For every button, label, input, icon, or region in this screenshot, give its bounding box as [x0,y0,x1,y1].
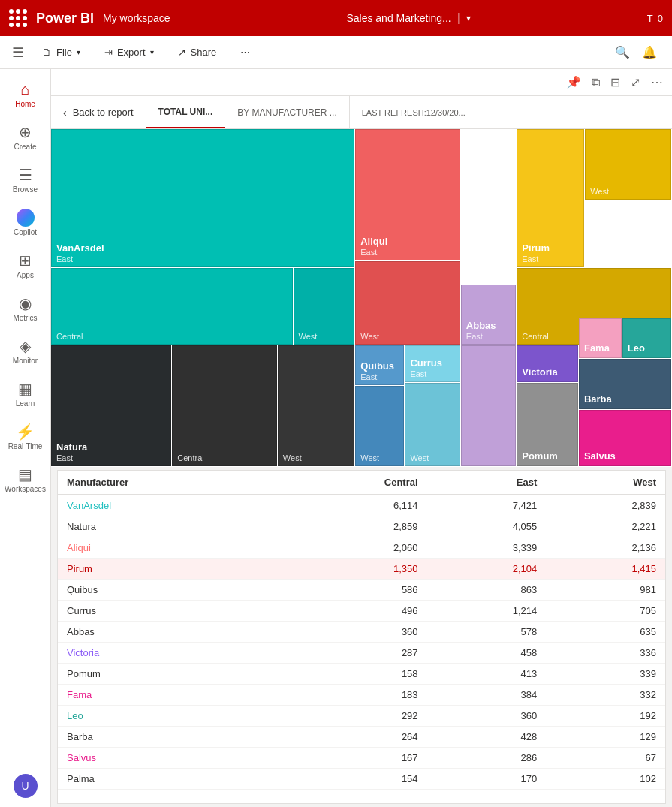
sidebar-item-realtime[interactable]: ⚡ Real-Time [3,417,48,456]
treemap-cell-label: Leo [628,342,666,354]
pin-icon[interactable]: 📌 [563,72,584,92]
treemap-cell-sublabel: West [360,332,455,341]
treemap-cell[interactable]: AliquiEast [355,129,460,260]
tab-total-units-label: TOTAL UNI... [158,107,213,117]
treemap-cell[interactable]: Barba [579,359,671,409]
treemap-cell[interactable]: QuibusEast [355,345,404,385]
treemap-cell[interactable]: Pomum [517,383,578,467]
hamburger-icon[interactable]: ☰ [12,44,24,61]
cell-central: 158 [282,664,427,685]
last-refresh-text: LAST REFRESH:12/30/20... [362,108,466,117]
cell-central: 1,350 [282,559,427,580]
cell-name: Aliqui [58,537,282,559]
filter-icon[interactable]: ⊟ [607,72,623,92]
treemap-cell[interactable]: West [585,129,671,200]
cell-east: 578 [427,622,547,643]
sidebar-browse-label: Browse [13,185,38,194]
treemap-cell[interactable]: West [294,268,355,345]
cell-west: 2,136 [546,537,665,559]
sidebar-item-onelake[interactable]: Copilot [3,203,48,242]
table-row: VanArsdel 6,114 7,421 2,839 [58,495,665,516]
top-right-label: T [647,13,653,24]
file-icon: 🗋 [42,47,52,58]
treemap-cell[interactable]: Leo [622,318,671,358]
sidebar-apps-label: Apps [17,271,34,279]
cell-west: 332 [546,685,665,706]
treemap-cell[interactable]: AbbasEast [461,285,516,345]
table-row: Aliqui 2,060 3,339 2,136 [58,537,665,559]
treemap-cell-sublabel: East [522,254,579,263]
back-arrow-icon: ‹ [63,107,67,119]
sidebar-item-metrics[interactable]: ◉ Metrics [3,288,48,328]
treemap-container[interactable]: VanArsdelEastCentralWestNaturaEastCentra… [51,129,672,467]
treemap-cell[interactable]: VanArsdelEast [51,129,354,267]
treemap-cell[interactable]: Central [51,268,293,345]
apps-grid-icon[interactable] [9,9,27,27]
export-menu[interactable]: ⇥ Export ▾ [98,44,160,61]
sidebar-monitor-label: Monitor [13,357,38,365]
copy-icon[interactable]: ⧉ [589,73,603,92]
user-avatar[interactable]: U [14,774,38,798]
cell-central: 292 [282,706,427,727]
sidebar-item-home[interactable]: ⌂ Home [3,75,48,114]
cell-name: Quibus [58,580,282,601]
toolbar-right: 🔍 🔔 [612,42,660,62]
sidebar-item-workspaces[interactable]: ▤ Workspaces [3,459,48,499]
cell-name: Leo [58,706,282,727]
export-chevron-icon: ▾ [150,48,154,56]
treemap-cell[interactable] [461,345,516,466]
share-menu[interactable]: ↗ Share [172,44,223,61]
treemap-cell[interactable]: West [355,261,460,345]
notifications-icon[interactable]: 🔔 [639,42,660,62]
tab-by-manufacturer[interactable]: BY MANUFACTURER ... [225,96,349,128]
expand-icon[interactable]: ⤢ [628,72,643,92]
home-icon: ⌂ [20,81,29,98]
treemap-cell[interactable]: PirumEast [517,129,584,267]
table-row: Leo 292 360 192 [58,706,665,727]
back-to-report-tab[interactable]: ‹ Back to report [51,96,146,128]
treemap-cell[interactable]: Fama [579,318,622,358]
title-chevron-icon[interactable]: ▾ [466,13,471,23]
cell-east: 1,214 [427,601,547,622]
workspaces-icon: ▤ [18,465,32,483]
file-label: File [56,47,72,58]
treemap-cell-sublabel: West [299,332,350,341]
tab-by-manufacturer-label: BY MANUFACTURER ... [237,107,336,118]
file-chevron-icon: ▾ [77,48,80,56]
sidebar-item-browse[interactable]: ☰ Browse [3,160,48,200]
cell-west: 336 [546,643,665,664]
treemap-cell-sublabel: East [56,254,349,263]
icons-bar: 📌 ⧉ ⊟ ⤢ ⋯ [51,69,672,96]
treemap-cell[interactable]: Central [172,345,277,466]
cell-name: Salvus [58,748,282,769]
cell-central: 360 [282,622,427,643]
cell-west: 981 [546,580,665,601]
cell-central: 2,859 [282,516,427,537]
treemap-cell[interactable]: CurrusEast [405,345,460,382]
sidebar-home-label: Home [15,100,35,108]
cell-name: Victoria [58,643,282,664]
search-icon[interactable]: 🔍 [612,42,633,62]
treemap-cell[interactable]: NaturaEast [51,345,171,466]
sidebar-item-learn[interactable]: ▦ Learn [3,374,48,414]
treemap-cell[interactable]: West [278,345,354,466]
sidebar-item-apps[interactable]: ⊞ Apps [3,245,48,285]
more-icon[interactable]: ⋯ [648,72,666,92]
last-refresh-label: LAST REFRESH:12/30/20... [350,96,478,128]
treemap-cell[interactable]: Victoria [517,345,578,382]
main-layout: ⌂ Home ⊕ Create ☰ Browse Copilot ⊞ Apps … [0,69,672,807]
sidebar-item-monitor[interactable]: ◈ Monitor [3,331,48,371]
col-central: Central [282,471,427,495]
more-menu[interactable]: ⋯ [234,44,256,61]
treemap-cell[interactable]: West [405,383,460,467]
top-right-num: 0 [658,13,663,24]
sidebar-item-create[interactable]: ⊕ Create [3,117,48,157]
tab-total-units[interactable]: TOTAL UNI... [146,96,226,128]
treemap-cell[interactable]: Salvus [579,410,671,467]
cell-central: 2,060 [282,537,427,559]
file-menu[interactable]: 🗋 File ▾ [36,44,86,61]
treemap-cell[interactable]: West [355,386,404,466]
cell-east: 413 [427,664,547,685]
cell-east: 863 [427,580,547,601]
table-row: Fama 183 384 332 [58,685,665,706]
